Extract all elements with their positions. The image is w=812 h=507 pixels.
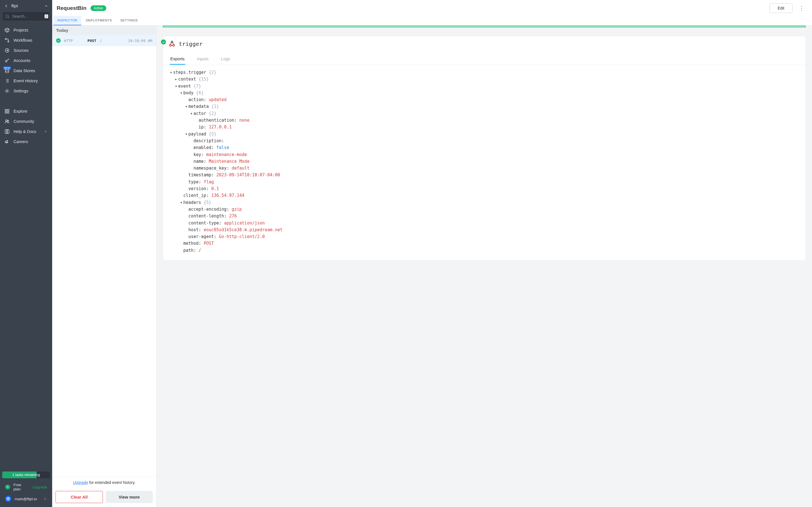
sidebar-item-data-stores[interactable]: BETAData Stores bbox=[0, 66, 52, 76]
tree-row[interactable]: actor {2} bbox=[170, 110, 799, 117]
caret-icon bbox=[185, 103, 188, 110]
tree-row[interactable]: body {6} bbox=[170, 90, 799, 96]
card-tabs: ExportsInputsLogs bbox=[163, 54, 806, 65]
card-tab-exports[interactable]: Exports bbox=[170, 54, 185, 65]
clear-all-button[interactable]: Clear All bbox=[56, 491, 103, 503]
tree-row: key: maintenance-mode bbox=[170, 151, 799, 158]
tree-row: enabled: false bbox=[170, 144, 799, 151]
sidebar-item-careers[interactable]: Careers bbox=[0, 136, 52, 147]
sidebar-item-community[interactable]: Community bbox=[0, 116, 52, 126]
sidebar-item-help-docs[interactable]: Help & Docs bbox=[0, 126, 52, 136]
events-buttons: Clear All View more bbox=[52, 488, 156, 507]
tree-row: accept-encoding: gzip bbox=[170, 206, 799, 213]
chevron-right-icon bbox=[43, 497, 47, 501]
tree-row: client_ip: 136.54.97.144 bbox=[170, 192, 799, 199]
view-more-button[interactable]: View more bbox=[106, 491, 153, 503]
sidebar-item-sources[interactable]: Sources bbox=[0, 45, 52, 55]
tree-row: action: updated bbox=[170, 96, 799, 103]
sidebar-item-label: Help & Docs bbox=[13, 129, 36, 134]
svg-point-5 bbox=[5, 60, 7, 62]
sidebar-item-label: Data Stores bbox=[13, 68, 35, 73]
beta-badge: BETA bbox=[3, 66, 11, 69]
tab-inspector[interactable]: INSPECTOR bbox=[53, 16, 81, 25]
caret-icon bbox=[180, 199, 183, 206]
key-icon bbox=[4, 58, 10, 63]
sidebar-item-label: Workflows bbox=[13, 38, 33, 43]
search-shortcut: / bbox=[45, 14, 48, 18]
tree-row[interactable]: context {15} bbox=[170, 76, 799, 82]
top-actions: Edit ⋮ bbox=[769, 3, 806, 13]
app-root: flipt / ProjectsWorkflowsSourcesAccounts… bbox=[0, 0, 812, 507]
tree-row: content-type: application/json bbox=[170, 220, 799, 226]
event-row[interactable]: HTTP POST / 10:18:09 AM bbox=[52, 35, 156, 46]
nav-primary: ProjectsWorkflowsSourcesAccountsBETAData… bbox=[0, 24, 52, 97]
caret-spacer bbox=[185, 233, 188, 240]
events-group-header: Today bbox=[52, 25, 156, 35]
sidebar-item-label: Projects bbox=[13, 28, 28, 33]
sidebar-item-explore[interactable]: Explore bbox=[0, 106, 52, 116]
edit-button[interactable]: Edit bbox=[769, 3, 793, 13]
tree-row: name: Maintenance Mode bbox=[170, 158, 799, 165]
caret-icon bbox=[175, 76, 178, 82]
sidebar-item-accounts[interactable]: Accounts bbox=[0, 55, 52, 66]
caret-icon bbox=[180, 90, 183, 96]
sidebar-item-projects[interactable]: Projects bbox=[0, 25, 52, 35]
caret-spacer bbox=[190, 144, 193, 151]
svg-rect-14 bbox=[5, 109, 6, 111]
card-tab-logs[interactable]: Logs bbox=[220, 54, 231, 65]
sidebar-item-label: Event History bbox=[13, 78, 38, 83]
caret-icon bbox=[175, 83, 178, 90]
svg-point-3 bbox=[8, 41, 9, 42]
caret-spacer bbox=[185, 206, 188, 213]
tree-row[interactable]: metadata {1} bbox=[170, 103, 799, 110]
status-badge: Active bbox=[91, 5, 107, 11]
gear-icon bbox=[4, 89, 10, 94]
tab-deployments[interactable]: DEPLOYMENTS bbox=[82, 16, 116, 25]
detail-column: trigger ExportsInputsLogs steps.trigger … bbox=[156, 25, 812, 507]
events-footer-text: for extended event history. bbox=[88, 480, 135, 485]
tree-row[interactable]: event {7} bbox=[170, 83, 799, 90]
content: Today HTTP POST / 10:18:09 AM Upgrade fo… bbox=[52, 25, 812, 507]
caret-icon bbox=[185, 131, 188, 137]
arrow-out-icon bbox=[4, 48, 10, 53]
svg-point-21 bbox=[169, 45, 171, 46]
sidebar-item-event-history[interactable]: Event History bbox=[0, 76, 52, 86]
tree-row: host: eouc05sd1k5ce38.m.pipedream.net bbox=[170, 226, 799, 233]
tree-row[interactable]: steps.trigger {2} bbox=[170, 69, 799, 76]
avatar bbox=[5, 496, 11, 502]
sidebar-item-settings[interactable]: Settings bbox=[0, 86, 52, 96]
chevron-right-icon bbox=[44, 129, 48, 133]
success-strip bbox=[163, 25, 806, 27]
workspace-switcher[interactable]: flipt bbox=[0, 0, 52, 11]
workspace-name: flipt bbox=[11, 3, 42, 8]
kebab-menu-icon[interactable]: ⋮ bbox=[797, 4, 806, 13]
svg-point-18 bbox=[6, 120, 7, 121]
tree-row: method: POST bbox=[170, 240, 799, 247]
check-icon bbox=[161, 40, 166, 45]
sidebar-item-label: Accounts bbox=[13, 58, 31, 63]
card-tab-inputs[interactable]: Inputs bbox=[197, 54, 209, 65]
tree-row[interactable]: headers {5} bbox=[170, 199, 799, 206]
topbar: RequestBin Active Edit ⋮ bbox=[52, 0, 812, 13]
tasks-remaining-bar[interactable]: 1 tasks remaining bbox=[2, 471, 50, 478]
nav-secondary: ExploreCommunityHelp & DocsCareers bbox=[0, 105, 52, 148]
sidebar: flipt / ProjectsWorkflowsSourcesAccounts… bbox=[0, 0, 52, 507]
svg-point-0 bbox=[6, 15, 8, 17]
sidebar-item-label: Community bbox=[13, 119, 34, 124]
sidebar-item-workflows[interactable]: Workflows bbox=[0, 35, 52, 45]
json-tree: steps.trigger {2} context {15} event {7}… bbox=[163, 65, 806, 261]
trigger-card: trigger ExportsInputsLogs steps.trigger … bbox=[163, 36, 806, 261]
plan-label: Free plan bbox=[13, 483, 29, 491]
svg-point-13 bbox=[6, 91, 8, 92]
tree-row[interactable]: payload {5} bbox=[170, 131, 799, 137]
user-row[interactable]: mark@flipt.io bbox=[2, 493, 50, 505]
sidebar-item-label: Explore bbox=[13, 109, 28, 114]
nav-separator bbox=[0, 97, 52, 105]
upgrade-link[interactable]: Upgrade bbox=[33, 485, 47, 489]
tab-settings[interactable]: SETTINGS bbox=[116, 16, 142, 25]
caret-spacer bbox=[185, 179, 188, 185]
upgrade-link[interactable]: Upgrade bbox=[73, 480, 88, 485]
sidebar-item-label: Settings bbox=[13, 89, 28, 93]
tasks-text: 1 tasks remaining bbox=[12, 473, 40, 477]
plan-row[interactable]: Free plan Upgrade bbox=[2, 481, 50, 493]
